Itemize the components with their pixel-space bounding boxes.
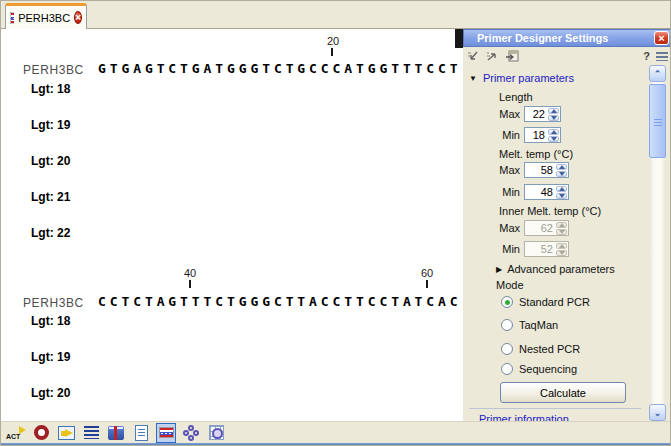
field-inner-melt-min: Min 52	[496, 241, 569, 257]
scroll-up-icon[interactable]: ⌃	[649, 65, 666, 82]
field-length-max: Max 22	[496, 106, 561, 122]
field-melt-min: Min 48	[496, 184, 569, 200]
spin-up-icon	[556, 243, 567, 249]
ruler-label-20: 20	[321, 35, 345, 47]
collapse-all-icon[interactable]	[486, 51, 499, 62]
panel-close-icon[interactable]: ×	[654, 31, 669, 45]
ruler-tick	[331, 48, 333, 56]
panel-body: ▼ Primer parameters Length Max 22 Min 18…	[463, 65, 671, 421]
radio-nested-pcr[interactable]: Nested PCR	[501, 343, 580, 355]
sequence-view[interactable]: 20 PERH3BC GTGAGTCTGATGGGTCTGCCCATGGTTTC…	[1, 29, 463, 421]
menu-icon[interactable]	[656, 52, 668, 61]
melt-max-spinner[interactable]: 58	[524, 162, 569, 178]
spin-down-icon[interactable]	[548, 136, 559, 142]
apply-to-views-icon[interactable]	[505, 50, 519, 62]
radio-icon[interactable]	[501, 343, 513, 355]
advanced-parameters-toggle[interactable]: ▶ Advanced parameters	[496, 263, 615, 275]
help-icon[interactable]: ?	[643, 50, 650, 62]
section-primer-information[interactable]: Primer information	[479, 413, 569, 421]
spin-up-icon[interactable]	[548, 108, 559, 114]
book-icon[interactable]	[106, 423, 126, 443]
spin-down-icon[interactable]	[556, 193, 567, 199]
panel-scrollbar[interactable]: ⌃ ⌄	[649, 65, 666, 421]
spin-up-icon[interactable]	[556, 186, 567, 192]
panel-title-bar: Primer Designer Settings ×	[463, 29, 671, 47]
lgt-row: Lgt: 22	[31, 226, 70, 240]
lgt-row: Lgt: 21	[31, 190, 70, 204]
triangle-right-icon: ▶	[496, 265, 502, 274]
sequence-flag-icon[interactable]	[156, 423, 176, 443]
sequence-name: PERH3BC	[23, 63, 84, 77]
tab-title: PERH3BC	[18, 12, 70, 24]
spin-up-icon	[556, 222, 567, 228]
sequence-flag-icon	[10, 12, 14, 24]
radio-icon[interactable]	[501, 363, 513, 375]
table-cloverleaf-icon[interactable]	[206, 423, 226, 443]
group-label-inner-melt-temp: Inner Melt. temp (°C)	[499, 205, 601, 217]
tab-bar: PERH3BC ×	[1, 1, 670, 29]
scrollbar-corner	[455, 29, 463, 48]
length-min-spinner[interactable]: 18	[524, 127, 561, 143]
group-label-melt-temp: Melt. temp (°C)	[499, 148, 573, 160]
spin-down-icon[interactable]	[556, 171, 567, 177]
divider	[469, 408, 641, 409]
ruler-label-40: 40	[178, 267, 202, 279]
spin-up-icon[interactable]	[556, 164, 567, 170]
act-arrow-icon[interactable]: ACT	[6, 423, 26, 443]
document-icon[interactable]	[131, 423, 151, 443]
lgt-row: Lgt: 19	[31, 118, 70, 132]
scroll-down-icon[interactable]: ⌄	[649, 404, 666, 421]
radio-icon[interactable]	[501, 296, 513, 308]
melt-min-spinner[interactable]: 48	[524, 184, 569, 200]
inner-melt-min-spinner: 52	[524, 241, 569, 257]
section-primer-parameters[interactable]: ▼ Primer parameters	[469, 72, 574, 84]
sequence-text[interactable]: CCTCTAGTTTCTGGGCTTACCTTCCTATCAC	[98, 294, 462, 309]
primer-designer-settings-panel: Primer Designer Settings × ? ▼ Primer pa…	[463, 29, 671, 421]
radio-sequencing[interactable]: Sequencing	[501, 363, 577, 375]
ruler-tick	[426, 280, 428, 288]
field-length-min: Min 18	[496, 127, 561, 143]
calculate-button[interactable]: Calculate	[500, 382, 626, 403]
main-area: 20 PERH3BC GTGAGTCTGATGGGTCTGCCCATGGTTTC…	[1, 29, 671, 421]
inner-melt-max-spinner: 62	[524, 220, 569, 236]
field-inner-melt-max: Max 62	[496, 220, 569, 236]
radio-standard-pcr[interactable]: Standard PCR	[501, 296, 590, 308]
sequence-name: PERH3BC	[23, 296, 84, 310]
export-arrow-icon[interactable]	[56, 423, 76, 443]
expand-all-icon[interactable]	[467, 51, 480, 62]
tab-close-icon[interactable]: ×	[74, 11, 82, 24]
ruler-label-60: 60	[415, 267, 439, 279]
lgt-row: Lgt: 20	[31, 386, 70, 400]
spin-down-icon	[556, 229, 567, 235]
length-max-spinner[interactable]: 22	[524, 106, 561, 122]
lgt-row: Lgt: 20	[31, 154, 70, 168]
red-donut-icon[interactable]	[31, 423, 51, 443]
sequence-text[interactable]: GTGAGTCTGATGGGTCTGCCCATGGTTTCCT	[98, 61, 462, 76]
scrollbar-thumb[interactable]	[649, 84, 666, 158]
spin-up-icon[interactable]	[548, 129, 559, 135]
field-melt-max: Max 58	[496, 162, 569, 178]
radio-icon[interactable]	[501, 319, 513, 331]
group-label-length: Length	[499, 91, 533, 103]
list-icon[interactable]	[81, 423, 101, 443]
mode-label: Mode	[496, 279, 524, 291]
view-switcher-toolbar: ACT	[1, 421, 671, 443]
tab-perh3bc[interactable]: PERH3BC ×	[5, 3, 87, 29]
panel-title: Primer Designer Settings	[464, 32, 654, 44]
spin-down-icon	[556, 250, 567, 256]
spin-down-icon[interactable]	[548, 115, 559, 121]
ruler-tick	[189, 280, 191, 288]
lgt-row: Lgt: 19	[31, 350, 70, 364]
lgt-row: Lgt: 18	[31, 314, 70, 328]
panel-toolbar: ?	[463, 47, 671, 65]
radio-taqman[interactable]: TaqMan	[501, 319, 558, 331]
lgt-row: Lgt: 18	[31, 82, 70, 96]
cloverleaf-icon[interactable]	[181, 423, 201, 443]
triangle-down-icon: ▼	[469, 74, 477, 83]
